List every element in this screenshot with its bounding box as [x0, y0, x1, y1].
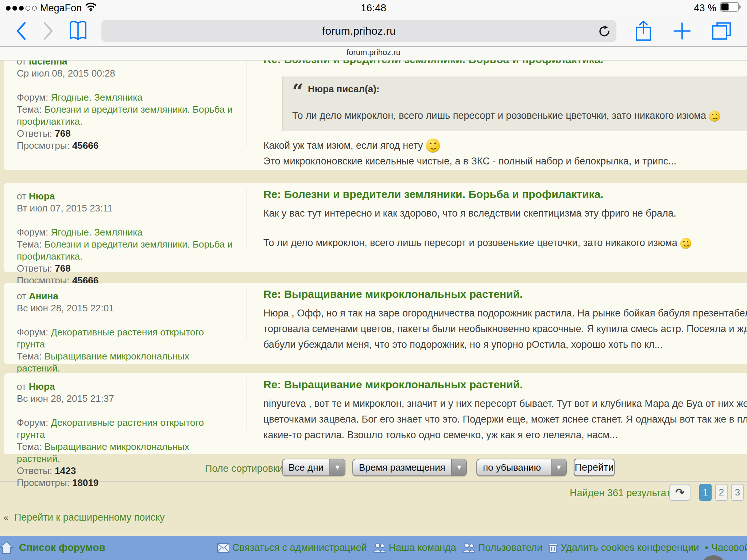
- page-button[interactable]: 3: [731, 484, 744, 501]
- home-icon: [0, 540, 15, 556]
- post-text: торговала семенами цветов, пакеты были н…: [263, 321, 747, 337]
- jump-arrow-icon: ↷: [675, 486, 684, 498]
- post-text: Нюра , Офф, но я так на заре огородничес…: [263, 306, 747, 321]
- search-results-page: от lucienna Ср июл 08, 2015 00:28 Форум:…: [0, 60, 747, 560]
- select-value: по убыванию: [477, 459, 551, 475]
- post-text: Какой уж там изюм, если ягод нету: [263, 140, 423, 151]
- topic-link[interactable]: Болезни и вредители земляники. Борьба и …: [17, 239, 233, 262]
- bookmarks-button[interactable]: [69, 16, 88, 46]
- sort-days-select[interactable]: Все дни ▼: [282, 459, 345, 476]
- post-date: Ср июл 08, 2015 00:28: [17, 67, 234, 79]
- post-text: какие-то растила. Взошло только одно сем…: [263, 427, 747, 443]
- contact-admin-link[interactable]: Связаться с администрацией: [217, 542, 367, 553]
- post-text: Это микроклоновские кисельные чистые, а …: [263, 153, 747, 169]
- back-button[interactable]: [15, 16, 27, 46]
- replies-count: 768: [55, 263, 70, 274]
- author-link[interactable]: lucienna: [29, 60, 67, 67]
- quote-text: То ли дело микроклон, всего лишь пересор…: [292, 110, 706, 121]
- jump-to-page-button[interactable]: ↷: [669, 484, 690, 501]
- author-link[interactable]: Нюра: [29, 191, 55, 202]
- forum-label: Форум:: [17, 417, 48, 428]
- ipad-safari-screen: MegaFon 16:48 43 %: [0, 0, 747, 560]
- sort-dir-select[interactable]: по убыванию ▼: [476, 459, 567, 476]
- topic-label: Тема:: [17, 441, 42, 452]
- clock: 16:48: [0, 2, 747, 14]
- results-count: Найден 361 результат: [570, 487, 670, 499]
- advanced-search-link[interactable]: Перейти к расширенному поиску: [14, 512, 165, 523]
- team-icon: [373, 542, 386, 553]
- post-title-link[interactable]: Re: Выращивание микроклональных растений…: [263, 378, 747, 392]
- post-meta: от lucienna Ср июл 08, 2015 00:28 Форум:…: [4, 60, 247, 170]
- trash-icon: [548, 542, 558, 553]
- forum-label: Форум:: [17, 327, 48, 338]
- quote-box: “Нюра писал(а): То ли дело микроклон, вс…: [282, 77, 747, 131]
- from-label: от: [17, 60, 26, 67]
- post-text: ninyureva , вот те и микроклон, значит и…: [263, 396, 747, 412]
- post-date: Вс июн 28, 2015 22:01: [17, 302, 234, 314]
- from-label: от: [17, 191, 26, 202]
- replies-count: 768: [55, 128, 70, 139]
- post-text: То ли дело микроклон, всего лишь пересор…: [263, 237, 677, 248]
- topic-link[interactable]: Выращивание микроклональных растений.: [17, 351, 189, 374]
- topic-link[interactable]: Болезни и вредители земляники. Борьба и …: [17, 104, 233, 127]
- laquo-icon: «: [4, 513, 8, 522]
- reload-icon[interactable]: [598, 25, 611, 39]
- users-icon: [462, 542, 475, 553]
- url-bar[interactable]: forum.prihoz.ru: [101, 20, 616, 42]
- post-text: цветочками зацвела. Бог его знает что эт…: [263, 412, 747, 427]
- pagination: Найден 361 результат ↷ 1 2 3: [0, 482, 747, 507]
- tabs-button[interactable]: [711, 16, 732, 46]
- forward-button[interactable]: [42, 16, 54, 46]
- page-button[interactable]: 2: [715, 484, 728, 501]
- sort-key-select[interactable]: Время размещения ▼: [352, 459, 467, 476]
- our-team-link[interactable]: Наша команда: [373, 542, 456, 553]
- post-content: Re: Болезни и вредители земляники. Борьб…: [247, 183, 747, 272]
- smiley-icon: [426, 139, 440, 152]
- new-tab-button[interactable]: [673, 16, 692, 46]
- views-count: 45666: [72, 140, 98, 151]
- topic-label: Тема:: [17, 351, 42, 362]
- post-content: Re: Выращивание микроклональных растений…: [247, 283, 747, 364]
- footer-bar: Список форумов Связаться с администрацие…: [0, 536, 747, 560]
- share-button[interactable]: [635, 16, 652, 46]
- chevron-down-icon: ▼: [329, 459, 345, 475]
- browser-toolbar: forum.prihoz.ru: [0, 16, 747, 47]
- members-link[interactable]: Пользователи: [462, 542, 542, 553]
- chevron-down-icon: ▼: [551, 459, 566, 475]
- url-text: forum.prihoz.ru: [322, 25, 396, 37]
- quote-icon: “: [292, 79, 303, 103]
- post-text: бабули убеждали меня, что это подорожник…: [263, 337, 747, 353]
- bullet-icon: •: [705, 542, 708, 553]
- author-link[interactable]: Анина: [29, 291, 58, 302]
- post-title-link[interactable]: Re: Выращивание микроклональных растений…: [263, 287, 747, 301]
- post-date: Вт июл 07, 2015 23:11: [17, 202, 234, 214]
- forum-index-link[interactable]: Список форумов: [19, 542, 105, 553]
- post-content: Re: Болезни и вредители земляники. Борьб…: [247, 60, 747, 170]
- post-title-link[interactable]: Re: Болезни и вредители земляники. Борьб…: [263, 187, 747, 201]
- sort-controls: Поле сортировки Все дни ▼ Время размещен…: [0, 454, 747, 481]
- search-result-row: от lucienna Ср июл 08, 2015 00:28 Форум:…: [4, 60, 747, 170]
- delete-cookies-link[interactable]: Удалить cookies конференции: [548, 542, 699, 553]
- post-meta: от Нюра Вт июл 07, 2015 23:11 Форум: Яго…: [4, 183, 247, 272]
- post-title-link[interactable]: Re: Болезни и вредители земляники. Борьб…: [263, 60, 747, 66]
- page-title: forum.prihoz.ru: [0, 47, 747, 60]
- author-link[interactable]: Нюра: [29, 381, 55, 392]
- search-result-row: от Нюра Вс июн 28, 2015 21:37 Форум: Дек…: [4, 373, 747, 454]
- forum-label: Форум:: [17, 92, 48, 103]
- advanced-search-row: « Перейти к расширенному поиску: [0, 507, 747, 523]
- replies-label: Ответы:: [17, 263, 52, 274]
- post-meta: от Анина Вс июн 28, 2015 22:01 Форум: Де…: [4, 283, 247, 364]
- topic-label: Тема:: [17, 104, 42, 115]
- forum-link[interactable]: Ягодные. Земляника: [51, 227, 142, 238]
- page-button-current[interactable]: 1: [699, 484, 712, 501]
- timezone-label: • Часовой: [705, 542, 747, 553]
- smiley-icon: [709, 110, 720, 121]
- post-date: Вс июн 28, 2015 21:37: [17, 393, 234, 405]
- forum-link[interactable]: Ягодные. Земляника: [51, 92, 142, 103]
- search-result-row: от Нюра Вт июл 07, 2015 23:11 Форум: Яго…: [4, 183, 747, 272]
- from-label: от: [17, 291, 26, 302]
- from-label: от: [17, 381, 26, 392]
- sort-go-button[interactable]: Перейти: [574, 459, 615, 476]
- sort-field-label: Поле сортировки: [205, 463, 283, 474]
- post-text: Как у вас тут интересно и как здорово, ч…: [263, 206, 747, 221]
